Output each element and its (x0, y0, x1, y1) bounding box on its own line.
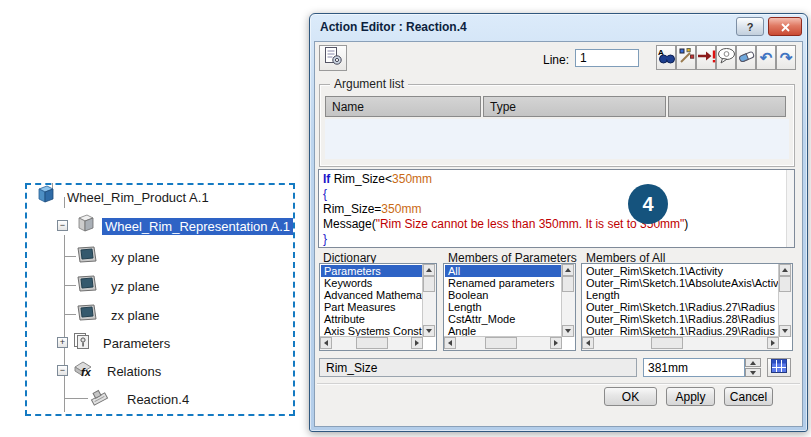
spinner-down-icon[interactable] (745, 368, 761, 377)
ok-button[interactable]: OK (604, 387, 657, 406)
tree-item-label: zx plane (108, 307, 162, 324)
tree-item-label: Relations (104, 363, 164, 380)
spinner-up-icon[interactable] (745, 358, 761, 367)
eraser-icon (737, 48, 756, 68)
column-header-extra[interactable] (668, 96, 786, 117)
line-number-label: Line: (543, 53, 569, 67)
scroll-right-icon[interactable] (550, 337, 562, 349)
expression-field[interactable]: Rim_Size (319, 358, 637, 377)
tree-item-relations[interactable]: fx Relations (72, 361, 164, 381)
list-item[interactable]: All (445, 265, 561, 277)
scroll-down-icon[interactable] (779, 325, 791, 337)
tree-item-zx-plane[interactable]: zx plane (74, 305, 162, 325)
apply-button[interactable]: Apply (666, 387, 715, 406)
cancel-button[interactable]: Cancel (724, 387, 773, 406)
vertical-scrollbar[interactable] (778, 264, 792, 337)
scroll-left-icon[interactable] (582, 337, 594, 349)
tree-item-reaction[interactable]: Reaction.4 (86, 389, 192, 409)
scrollbar-thumb[interactable] (651, 337, 683, 349)
list-item[interactable]: CstAttr_Mode (445, 313, 561, 325)
insert-message-button[interactable] (696, 45, 716, 70)
list-item[interactable]: Renamed parameters (445, 277, 561, 289)
tree-item-product[interactable]: Wheel_Rim_Product A.1 (34, 187, 212, 207)
scroll-down-icon[interactable] (562, 325, 574, 337)
list-item[interactable]: Attribute (321, 313, 422, 325)
list-item[interactable]: Parameters (321, 265, 422, 277)
code-editor[interactable]: If Rim_Size<350mm{Rim_Size=350mmMessage(… (318, 169, 795, 248)
list-item[interactable]: Outer_Rim\Sketch.1\AbsoluteAxis\Activity (583, 277, 778, 289)
list-item[interactable]: Outer_Rim\Sketch.1\Radius.29\Radius (583, 325, 778, 336)
svg-text:fx: fx (81, 366, 92, 378)
redo-button[interactable]: ↷ (776, 45, 796, 70)
column-header-type[interactable]: Type (483, 96, 666, 117)
list-item[interactable]: Advanced Mathematics Functions (321, 289, 422, 301)
list-item[interactable]: Axis Systems Constructors (321, 325, 422, 336)
scroll-right-icon[interactable] (767, 337, 779, 349)
scroll-left-icon[interactable] (320, 337, 332, 349)
tree-item-parameters[interactable]: Parameters (72, 333, 173, 353)
erase-button[interactable] (736, 45, 756, 70)
editor-scrollbar[interactable] (786, 170, 794, 247)
tree-item-yz-plane[interactable]: yz plane (74, 276, 162, 296)
vertical-scrollbar[interactable] (422, 264, 436, 337)
column-header-name[interactable]: Name (325, 96, 481, 117)
dialog-title: Action Editor : Reaction.4 (320, 20, 467, 34)
tree-item-label: Parameters (100, 335, 173, 352)
scrollbar-thumb[interactable] (562, 276, 574, 292)
close-button[interactable] (768, 17, 802, 36)
edit-action-button[interactable] (319, 45, 347, 71)
code-lines: If Rim_Size<350mm{Rim_Size=350mmMessage(… (319, 170, 794, 247)
blue-grid-icon (771, 359, 787, 377)
dictionary-items: ParametersKeywordsAdvanced Mathematics F… (321, 265, 422, 336)
scrollbar-thumb[interactable] (485, 337, 517, 349)
value-spinner (745, 358, 761, 377)
list-item[interactable]: Keywords (321, 277, 422, 289)
comment-button[interactable] (716, 45, 736, 70)
reaction-icon (86, 387, 112, 411)
find-button[interactable]: A (656, 45, 676, 70)
list-item[interactable]: Length (583, 289, 778, 301)
expand-toggle[interactable]: + (57, 337, 68, 348)
format-wizard-button[interactable] (676, 45, 696, 70)
list-item[interactable]: Outer_Rim\Sketch.1\Activity (583, 265, 778, 277)
collapse-toggle[interactable]: − (57, 365, 68, 376)
list-item[interactable]: Outer_Rim\Sketch.1\Radius.28\Radius (583, 313, 778, 325)
horizontal-scrollbar[interactable] (444, 336, 562, 350)
editor-toolbar: A (656, 45, 796, 70)
scroll-left-icon[interactable] (444, 337, 456, 349)
list-item[interactable]: Part Measures (321, 301, 422, 313)
action-editor-dialog: Action Editor : Reaction.4 ? (309, 13, 808, 432)
tree-item-xy-plane[interactable]: xy plane (74, 247, 162, 267)
collapse-toggle[interactable]: − (57, 220, 68, 231)
horizontal-scrollbar[interactable] (582, 336, 779, 350)
list-item[interactable]: Outer_Rim\Sketch.1\Radius.27\Radius (583, 301, 778, 313)
scrollbar-thumb[interactable] (423, 276, 435, 292)
list-item[interactable]: Boolean (445, 289, 561, 301)
plane-icon (74, 274, 98, 298)
scroll-down-icon[interactable] (423, 325, 435, 337)
list-item[interactable]: Angle (445, 325, 561, 336)
argument-list-body[interactable] (325, 119, 789, 159)
dialog-titlebar[interactable]: Action Editor : Reaction.4 ? (310, 14, 807, 41)
undo-button[interactable]: ↶ (756, 45, 776, 70)
scroll-right-icon[interactable] (411, 337, 423, 349)
argument-list-title: Argument list (330, 77, 408, 91)
line-number-input[interactable]: 1 (575, 49, 639, 67)
tree-item-label: xy plane (108, 249, 162, 266)
horizontal-scrollbar[interactable] (320, 336, 423, 350)
screen: Wheel_Rim_Product A.1 − Wheel_Rim_Repres… (0, 0, 811, 437)
scroll-up-icon[interactable] (423, 264, 435, 276)
scrollbar-thumb[interactable] (779, 276, 791, 292)
step-badge: 4 (628, 184, 668, 224)
scroll-up-icon[interactable] (562, 264, 574, 276)
parameters-icon (72, 332, 92, 355)
help-button[interactable]: ? (736, 17, 764, 36)
scrollbar-thumb[interactable] (356, 337, 388, 349)
measure-table-button[interactable] (767, 358, 791, 377)
scroll-up-icon[interactable] (779, 264, 791, 276)
list-item[interactable]: Length (445, 301, 561, 313)
value-input[interactable]: 381mm (643, 358, 745, 377)
redo-icon: ↷ (780, 50, 793, 65)
tree-item-representation[interactable]: Wheel_Rim_Representation A.1 (74, 216, 293, 236)
vertical-scrollbar[interactable] (561, 264, 575, 337)
